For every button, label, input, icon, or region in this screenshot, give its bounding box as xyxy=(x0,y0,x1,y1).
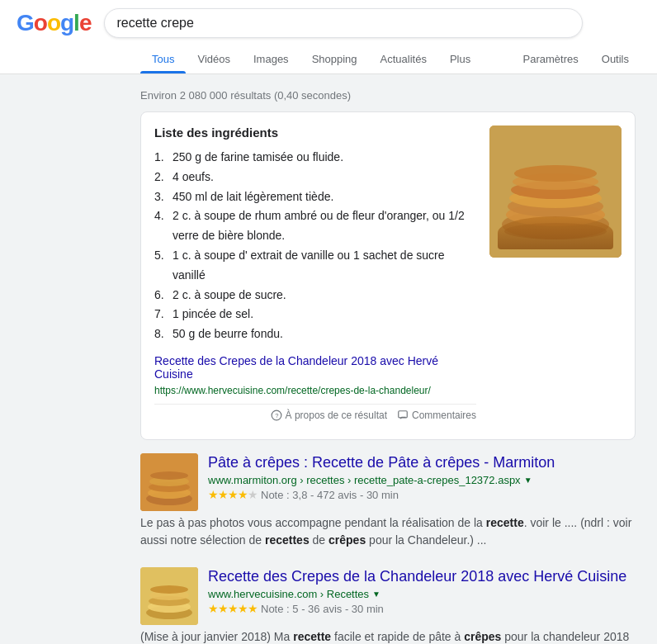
result-title-herve[interactable]: Recette des Crepes de la Chandeleur 2018… xyxy=(208,567,636,586)
list-item: 8.50 g de beurre fondu. xyxy=(154,324,476,344)
results-count: Environ 2 080 000 résultats (0,40 second… xyxy=(140,83,640,111)
comment-icon xyxy=(397,410,409,421)
star-rating-marmiton: ★★★★★ xyxy=(208,488,258,501)
result-url-marmiton: www.marmiton.org › recettes › recette_pa… xyxy=(208,474,636,486)
list-item: 5.1 c. à soupe d' extrait de vanille ou … xyxy=(154,246,476,286)
result-item-herve: Recette des Crepes de la Chandeleur 2018… xyxy=(140,567,636,644)
result-info-marmiton: Pâte à crêpes : Recette de Pâte à crêpes… xyxy=(208,453,636,501)
result-desc-herve: (Mise à jour janvier 2018) Ma recette fa… xyxy=(140,628,636,644)
question-icon: ? xyxy=(271,410,282,421)
list-item: 3.450 ml de lait légèrement tiède. xyxy=(154,187,476,207)
about-bar: ? À propos de ce résultat Commentaires xyxy=(154,404,476,426)
tab-videos[interactable]: Vidéos xyxy=(186,45,242,73)
result-stars-herve: ★★★★★ Note : 5 - 36 avis - 30 min xyxy=(208,602,636,615)
list-item: 6.2 c. à soupe de sucre. xyxy=(154,286,476,305)
result-header-herve: Recette des Crepes de la Chandeleur 2018… xyxy=(140,567,636,625)
crepe-visual xyxy=(489,125,622,258)
comments[interactable]: Commentaires xyxy=(397,410,476,421)
star-rating-herve: ★★★★★ xyxy=(208,602,258,615)
featured-snippet: Liste des ingrédients 1.250 g de farine … xyxy=(140,111,636,440)
svg-point-11 xyxy=(514,165,597,182)
snippet-link-section: Recette des Crepes de la Chandeleur 2018… xyxy=(154,354,476,397)
snippet-list: 1.250 g de farine tamisée ou fluide. 2.4… xyxy=(154,148,476,344)
list-item: 7.1 pincée de sel. xyxy=(154,305,476,324)
result-url-herve: www.hervecuisine.com › Recettes ▼ xyxy=(208,588,636,600)
result-thumbnail-herve xyxy=(140,567,198,625)
google-logo: Google xyxy=(17,10,91,36)
result-info-herve: Recette des Crepes de la Chandeleur 2018… xyxy=(208,567,636,615)
result-thumbnail-marmiton xyxy=(140,453,198,511)
svg-point-18 xyxy=(150,471,188,480)
tab-shopping[interactable]: Shopping xyxy=(300,45,369,73)
tab-actualites[interactable]: Actualités xyxy=(369,45,438,73)
snippet-title: Liste des ingrédients xyxy=(154,125,476,140)
result-stars-marmiton: ★★★★★ Note : 3,8 - 472 avis - 30 min xyxy=(208,488,636,501)
result-header: Pâte à crêpes : Recette de Pâte à crêpes… xyxy=(140,453,636,511)
about-result[interactable]: ? À propos de ce résultat xyxy=(271,410,387,421)
result-title-marmiton[interactable]: Pâte à crêpes : Recette de Pâte à crêpes… xyxy=(208,453,636,472)
search-input[interactable] xyxy=(116,16,562,31)
list-item: 2.4 oeufs. xyxy=(154,168,476,187)
tab-parametres[interactable]: Paramètres xyxy=(512,45,590,73)
dropdown-arrow[interactable]: ▼ xyxy=(524,476,532,485)
dropdown-arrow-herve[interactable]: ▼ xyxy=(372,590,380,599)
snippet-link-url[interactable]: https://www.hervecuisine.com/recette/cre… xyxy=(154,385,431,396)
list-item: 1.250 g de farine tamisée ou fluide. xyxy=(154,148,476,168)
svg-point-24 xyxy=(150,585,188,594)
nav-tabs: Tous Vidéos Images Shopping Actualités P… xyxy=(17,45,640,73)
search-bar xyxy=(104,8,583,38)
tab-images[interactable]: Images xyxy=(242,45,300,73)
crepe-svg xyxy=(489,125,622,258)
tab-outils[interactable]: Outils xyxy=(590,45,640,73)
svg-text:?: ? xyxy=(275,412,278,419)
list-item: 4.2 c. à soupe de rhum ambré ou de fleur… xyxy=(154,206,476,246)
snippet-link-title[interactable]: Recette des Crepes de la Chandeleur 2018… xyxy=(154,354,476,381)
result-desc-marmiton: Le pas à pas photos vous accompagne pend… xyxy=(140,514,636,549)
snippet-content: Liste des ingrédients 1.250 g de farine … xyxy=(154,125,476,426)
result-item-marmiton: Pâte à crêpes : Recette de Pâte à crêpes… xyxy=(140,453,636,549)
snippet-image xyxy=(489,125,622,258)
header: Google xyxy=(0,0,657,74)
rating-text-marmiton: Note : 3,8 - 472 avis - 30 min xyxy=(261,489,399,501)
svg-rect-3 xyxy=(399,411,408,418)
svg-point-12 xyxy=(504,223,607,239)
tab-tous[interactable]: Tous xyxy=(140,45,186,73)
rating-text-herve: Note : 5 - 36 avis - 30 min xyxy=(261,603,384,615)
main-content: Environ 2 080 000 résultats (0,40 second… xyxy=(0,74,657,644)
tab-plus[interactable]: Plus xyxy=(438,45,482,73)
